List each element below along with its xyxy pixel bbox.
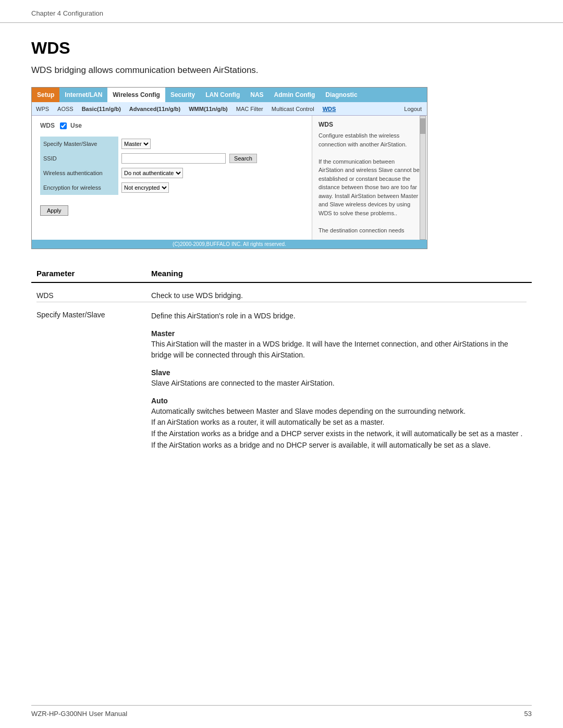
- auto-term: Auto: [151, 397, 527, 405]
- select-wireless-auth[interactable]: Do not authenticate: [121, 168, 183, 178]
- nav-tab2-aoss[interactable]: AOSS: [53, 104, 78, 114]
- field-encryption: Not encrypted: [118, 180, 303, 195]
- nav-tab-nas[interactable]: NAS: [245, 88, 268, 102]
- router-left-panel: WDS Use Specify Master/Slave Master Slav…: [32, 116, 312, 240]
- nav-tab2-advanced[interactable]: Advanced(11n/g/b): [125, 104, 185, 114]
- wds-checkbox[interactable]: [60, 122, 67, 129]
- meaning-col-header: Meaning: [146, 265, 532, 282]
- footer-product: WZR-HP-G300NH User Manual: [31, 710, 127, 718]
- auto-desc: Automatically switches between Master an…: [151, 406, 527, 451]
- nav-tab2-mac-filter[interactable]: MAC Filter: [232, 104, 267, 114]
- nav-tab-setup[interactable]: Setup: [32, 88, 59, 102]
- nav-tab2-wmm[interactable]: WMM(11n/g/b): [185, 104, 232, 114]
- ssid-input[interactable]: [121, 153, 226, 164]
- page-subtitle: WDS bridging allows communication betwee…: [31, 65, 532, 76]
- router-body: WDS Use Specify Master/Slave Master Slav…: [32, 116, 427, 240]
- nav-tab2-wps[interactable]: WPS: [32, 104, 53, 114]
- param-master-slave-label: Specify Master/Slave: [31, 302, 146, 453]
- apply-row: Apply: [40, 200, 303, 216]
- param-master-slave-meaning: Define this AirStation's role in a WDS b…: [146, 302, 532, 453]
- help-text: Configure establish the wireless connect…: [319, 131, 421, 235]
- label-wireless-auth: Wireless authentication: [40, 166, 118, 180]
- router-nav-second: WPS AOSS Basic(11n/g/b) Advanced(11n/g/b…: [32, 102, 427, 116]
- form-row-ssid: SSID Search: [40, 151, 303, 166]
- param-row-wds: WDS Check to use WDS bridging.: [31, 282, 532, 302]
- slave-term: Slave: [151, 368, 527, 377]
- nav-second-left: WPS AOSS Basic(11n/g/b) Advanced(11n/g/b…: [32, 104, 340, 114]
- form-table: Specify Master/Slave Master Slave Auto S…: [40, 137, 303, 195]
- page-footer: WZR-HP-G300NH User Manual 53: [31, 705, 532, 718]
- router-right-panel: WDS Configure establish the wireless con…: [312, 116, 427, 240]
- help-title: WDS: [319, 121, 421, 128]
- use-label: Use: [70, 122, 82, 129]
- nav-tab-wireless-config[interactable]: Wireless Config: [107, 88, 165, 102]
- field-ssid: Search: [118, 151, 303, 166]
- form-row-encryption: Encryption for wireless Not encrypted: [40, 180, 303, 195]
- nav-tab2-wds[interactable]: WDS: [319, 104, 340, 114]
- nav-tab-lan-config[interactable]: LAN Config: [200, 88, 245, 102]
- router-nav-top: Setup Internet/LAN Wireless Config Secur…: [32, 88, 427, 102]
- page-title: WDS: [31, 39, 532, 58]
- wds-use-row: WDS Use: [40, 122, 303, 129]
- field-wireless-auth: Do not authenticate: [118, 166, 303, 180]
- param-table-header-row: Parameter Meaning: [31, 265, 532, 282]
- nav-tab2-basic[interactable]: Basic(11n/g/b): [78, 104, 125, 114]
- nav-tab-diagnostic[interactable]: Diagnostic: [320, 88, 362, 102]
- label-specify-master-slave: Specify Master/Slave: [40, 137, 118, 151]
- router-ui: Setup Internet/LAN Wireless Config Secur…: [31, 87, 427, 249]
- label-encryption: Encryption for wireless: [40, 180, 118, 195]
- main-content: WDS WDS bridging allows communication be…: [0, 23, 563, 485]
- nav-tab-internet-lan[interactable]: Internet/LAN: [59, 88, 107, 102]
- param-wds-label: WDS: [31, 282, 146, 302]
- form-row-wireless-auth: Wireless authentication Do not authentic…: [40, 166, 303, 180]
- nav-tab-security[interactable]: Security: [165, 88, 200, 102]
- chapter-header: Chapter 4 Configuration: [0, 0, 563, 23]
- select-encryption[interactable]: Not encrypted: [121, 182, 169, 193]
- scrollbar-thumb[interactable]: [420, 118, 425, 134]
- form-row-master-slave: Specify Master/Slave Master Slave Auto: [40, 137, 303, 151]
- param-wds-meaning: Check to use WDS bridging.: [146, 282, 532, 302]
- param-col-header: Parameter: [31, 265, 146, 282]
- master-desc: This AirStation will the master in a WDS…: [151, 339, 527, 361]
- nav-tab2-multicast[interactable]: Multicast Control: [267, 104, 319, 114]
- wds-label: WDS: [40, 122, 55, 129]
- param-row-master-slave: Specify Master/Slave Define this AirStat…: [31, 302, 532, 453]
- footer-copyright: (C)2000-2009,BUFFALO INC. All rights res…: [173, 241, 286, 247]
- nav-tab-admin-config[interactable]: Admin Config: [269, 88, 321, 102]
- chapter-text: Chapter 4 Configuration: [31, 9, 103, 17]
- parameter-table: Parameter Meaning WDS Check to use WDS b…: [31, 265, 532, 453]
- apply-button[interactable]: Apply: [40, 205, 68, 216]
- scrollbar[interactable]: [420, 116, 426, 240]
- search-button[interactable]: Search: [229, 154, 257, 163]
- label-ssid: SSID: [40, 151, 118, 166]
- master-term: Master: [151, 329, 527, 338]
- field-specify-master-slave: Master Slave Auto: [118, 137, 303, 151]
- router-footer: (C)2000-2009,BUFFALO INC. All rights res…: [32, 240, 427, 249]
- slave-desc: Slave AirStations are connected to the m…: [151, 378, 527, 389]
- select-master-slave[interactable]: Master Slave Auto: [121, 139, 151, 149]
- master-slave-intro: Define this AirStation's role in a WDS b…: [151, 311, 527, 322]
- logout-button[interactable]: Logout: [399, 104, 427, 114]
- footer-page-number: 53: [524, 710, 532, 718]
